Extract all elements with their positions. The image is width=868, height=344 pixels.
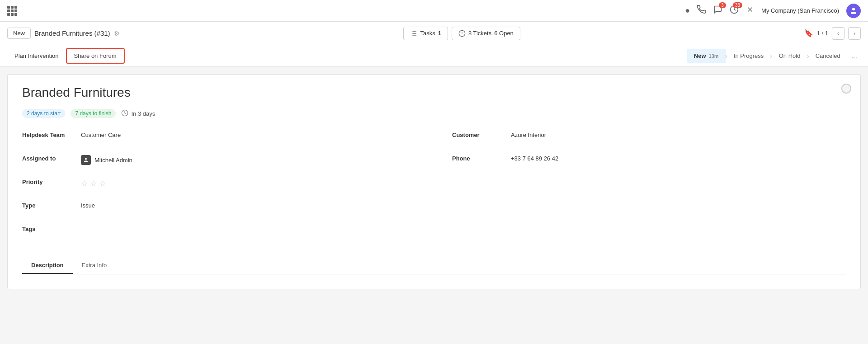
pagination: 1 / 1 bbox=[817, 30, 828, 37]
chat-badge: 3 bbox=[719, 2, 726, 8]
next-button[interactable]: › bbox=[848, 27, 861, 40]
status-icon[interactable]: ● bbox=[685, 6, 690, 15]
time-info: In 3 days bbox=[121, 109, 155, 118]
status-canceled-label: Canceled bbox=[816, 52, 840, 59]
customer-value[interactable]: Azure Interior bbox=[511, 129, 546, 138]
type-label: Type bbox=[22, 199, 81, 209]
tab-description[interactable]: Description bbox=[22, 257, 73, 274]
status-canceled[interactable]: Canceled bbox=[808, 49, 848, 63]
clock-icon bbox=[121, 109, 128, 118]
prev-button[interactable]: ‹ bbox=[832, 27, 844, 40]
star-1[interactable]: ☆ bbox=[81, 179, 88, 188]
status-in-progress-label: In Progress bbox=[734, 52, 764, 59]
type-row: Type Issue bbox=[22, 199, 434, 216]
helpdesk-team-value[interactable]: Customer Care bbox=[81, 129, 121, 138]
form-left: Helpdesk Team Customer Care Assigned to … bbox=[22, 129, 434, 246]
bookmark-icon[interactable]: 🔖 bbox=[804, 29, 813, 38]
phone-icon[interactable] bbox=[697, 5, 706, 16]
priority-stars[interactable]: ☆ ☆ ☆ bbox=[81, 176, 106, 188]
status-in-progress[interactable]: In Progress bbox=[726, 49, 771, 63]
star-2[interactable]: ☆ bbox=[90, 179, 97, 188]
helpdesk-team-row: Helpdesk Team Customer Care bbox=[22, 129, 434, 145]
chat-icon[interactable]: 3 bbox=[713, 5, 722, 16]
tags-label: Tags bbox=[22, 223, 81, 232]
action-buttons: Plan Intervention Share on Forum bbox=[7, 48, 125, 64]
assigned-to-label: Assigned to bbox=[22, 152, 81, 162]
tag-days-to-start: 2 days to start bbox=[22, 109, 65, 118]
status-on-hold-label: On Hold bbox=[779, 52, 801, 59]
new-button[interactable]: New bbox=[7, 28, 31, 39]
tab-extra-info[interactable]: Extra Info bbox=[73, 257, 116, 274]
in-days-label: In 3 days bbox=[131, 110, 155, 117]
tags-row-field: Tags bbox=[22, 223, 434, 239]
header-center: Tasks 1 8 Tickets 6 Open bbox=[403, 27, 520, 40]
status-more-button[interactable]: ... bbox=[848, 50, 861, 62]
share-on-forum-button[interactable]: Share on Forum bbox=[66, 48, 125, 64]
tag-days-to-finish: 7 days to finish bbox=[71, 109, 116, 118]
form-right: Customer Azure Interior Phone +33 7 64 8… bbox=[434, 129, 846, 246]
action-bar: Plan Intervention Share on Forum New 13m… bbox=[0, 45, 868, 67]
status-on-hold[interactable]: On Hold bbox=[772, 49, 808, 63]
phone-value[interactable]: +33 7 64 89 26 42 bbox=[511, 152, 558, 162]
priority-label: Priority bbox=[22, 176, 81, 185]
status-bar: New 13m › In Progress › On Hold › Cancel… bbox=[687, 49, 861, 63]
apps-icon[interactable] bbox=[7, 6, 17, 16]
svg-point-14 bbox=[85, 158, 87, 160]
tasks-label: Tasks bbox=[420, 30, 435, 37]
customer-label: Customer bbox=[452, 129, 511, 138]
header-left: New Branded Furnitures (#31) ⚙ bbox=[7, 28, 120, 39]
settings-icon[interactable]: ⚙ bbox=[114, 30, 120, 37]
tab-bar: Description Extra Info bbox=[22, 257, 846, 274]
star-3[interactable]: ☆ bbox=[99, 179, 106, 188]
customer-row: Customer Azure Interior bbox=[452, 129, 846, 145]
header-right: 🔖 1 / 1 ‹ › bbox=[804, 27, 861, 40]
phone-label: Phone bbox=[452, 152, 511, 162]
status-new[interactable]: New 13m bbox=[687, 49, 726, 63]
user-avatar[interactable] bbox=[846, 4, 861, 18]
activity-badge: 33 bbox=[733, 2, 742, 8]
header-row: New Branded Furnitures (#31) ⚙ Tasks 1 8… bbox=[0, 22, 868, 45]
topbar-left bbox=[7, 6, 17, 16]
assigned-to-name: Mitchell Admin bbox=[94, 157, 132, 164]
topbar: ● 3 33 My Company (San bbox=[0, 0, 868, 22]
form-card: Branded Furnitures 2 days to start 7 day… bbox=[7, 74, 861, 289]
priority-row: Priority ☆ ☆ ☆ bbox=[22, 176, 434, 192]
tickets-button[interactable]: 8 Tickets 6 Open bbox=[452, 27, 520, 40]
status-new-label: New bbox=[694, 52, 706, 59]
circle-toggle[interactable] bbox=[841, 84, 851, 94]
tickets-label: 8 Tickets bbox=[468, 30, 491, 37]
tasks-button[interactable]: Tasks 1 bbox=[403, 27, 448, 40]
form-title: Branded Furnitures bbox=[22, 85, 846, 100]
assigned-to-row: Assigned to Mitchell Admin bbox=[22, 152, 434, 169]
company-name: My Company (San Francisco) bbox=[761, 7, 839, 14]
form-body: Helpdesk Team Customer Care Assigned to … bbox=[22, 129, 846, 246]
activity-icon[interactable]: 33 bbox=[730, 5, 739, 16]
status-new-time: 13m bbox=[709, 53, 719, 59]
close-icon[interactable] bbox=[746, 5, 754, 16]
topbar-right: ● 3 33 My Company (San bbox=[685, 4, 861, 18]
svg-point-3 bbox=[852, 8, 855, 10]
tags-row: 2 days to start 7 days to finish In 3 da… bbox=[22, 109, 846, 118]
phone-row: Phone +33 7 64 89 26 42 bbox=[452, 152, 846, 169]
helpdesk-team-label: Helpdesk Team bbox=[22, 129, 81, 138]
plan-intervention-button[interactable]: Plan Intervention bbox=[7, 49, 66, 63]
assigned-avatar bbox=[81, 155, 91, 165]
tasks-count: 1 bbox=[438, 30, 441, 37]
type-value[interactable]: Issue bbox=[81, 199, 95, 209]
record-title: Branded Furnitures (#31) bbox=[34, 29, 110, 37]
tickets-sub: 6 Open bbox=[494, 30, 514, 37]
main-content: Branded Furnitures 2 days to start 7 day… bbox=[0, 67, 868, 297]
assigned-to-value[interactable]: Mitchell Admin bbox=[81, 152, 132, 165]
